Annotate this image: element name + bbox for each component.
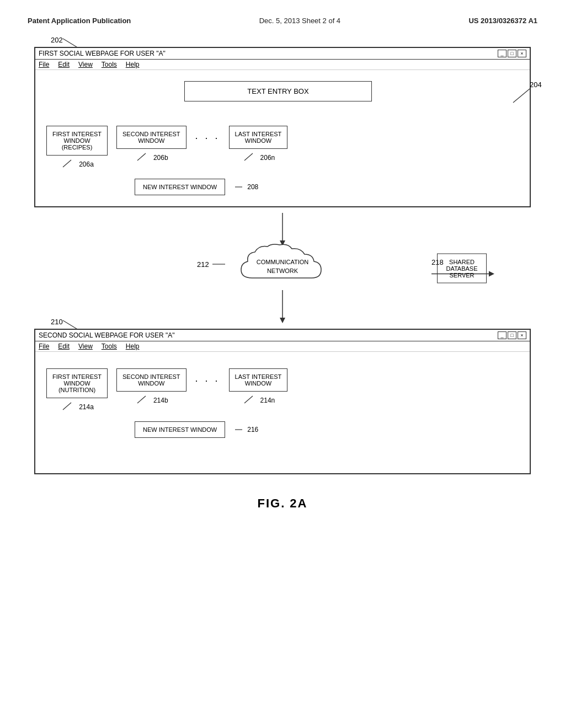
- ref-206n-container: 206n: [242, 152, 275, 163]
- text-entry-box[interactable]: TEXT ENTRY BOX: [184, 81, 372, 101]
- interest-box-214b: SECOND INTEREST WINDOW: [116, 368, 186, 392]
- maximize-button-top[interactable]: [508, 50, 516, 57]
- top-browser-content: TEXT ENTRY BOX 204: [35, 70, 530, 206]
- top-window-title: FIRST SOCIAL WEBPAGE FOR USER "A": [39, 50, 166, 57]
- ref-arrow-214n: [242, 395, 258, 406]
- cloud-svg: COMMUNICATION NETWORK: [236, 242, 329, 292]
- bottom-titlebar: SECOND SOCIAL WEBPAGE FOR USER "A": [35, 330, 530, 341]
- menu-edit-bottom[interactable]: Edit: [58, 342, 70, 350]
- ref-204-label: 204: [530, 81, 542, 89]
- interest-box-214n-line2: WINDOW: [235, 380, 282, 387]
- interest-box-206a-line2: WINDOW: [52, 137, 102, 144]
- header-right: US 2013/0326372 A1: [468, 17, 537, 25]
- top-browser-window: FIRST SOCIAL WEBPAGE FOR USER "A" File E…: [34, 47, 531, 207]
- bottom-window-container: 210 SECOND SOCIAL WEBPAGE FOR USER "A" F…: [34, 329, 531, 474]
- ref-212-container: 212: [197, 259, 228, 270]
- interest-box-206n-line1: LAST INTEREST: [235, 131, 282, 137]
- interest-box-214b-line2: WINDOW: [122, 380, 180, 387]
- svg-line-1: [513, 89, 530, 103]
- new-interest-row-bottom: NEW INTEREST WINDOW 216: [135, 421, 519, 438]
- diagram-area: 202 FIRST SOCIAL WEBPAGE FOR USER "A" Fi…: [34, 47, 531, 511]
- new-interest-row-top: NEW INTEREST WINDOW 208: [135, 179, 519, 195]
- minimize-button-bottom[interactable]: [498, 331, 507, 339]
- ref-arrow-212: [211, 259, 228, 270]
- interest-box-206n: LAST INTEREST WINDOW: [229, 126, 288, 149]
- dots-bottom: . . .: [195, 368, 220, 384]
- interest-box-214a-line1: FIRST INTEREST: [52, 373, 102, 380]
- interest-box-214b-line1: SECOND INTEREST: [122, 373, 180, 380]
- maximize-button-bottom[interactable]: [508, 331, 516, 339]
- ref-214n-label: 214n: [260, 397, 275, 404]
- interest-box-214a-line3: (NUTRITION): [52, 387, 102, 393]
- svg-line-4: [244, 153, 253, 160]
- arrow-top-to-cloud: [281, 213, 284, 246]
- interest-box-206b: SECOND INTEREST WINDOW: [116, 126, 186, 149]
- menu-file-top[interactable]: File: [39, 61, 49, 68]
- ref-arrow-214a: [60, 402, 77, 413]
- menu-tools-top[interactable]: Tools: [102, 61, 117, 68]
- server-line2: DATABASE: [441, 265, 483, 271]
- bottom-menubar: File Edit View Tools Help: [35, 341, 530, 352]
- ref-arrow-206n: [242, 152, 258, 163]
- patent-header: Patent Application Publication Dec. 5, 2…: [17, 11, 548, 36]
- ref-arrow-204: [502, 86, 546, 114]
- close-button-bottom[interactable]: [518, 331, 526, 339]
- ref-216-label: 216: [247, 426, 258, 433]
- ref-214n-container: 214n: [242, 395, 275, 406]
- minimize-button-top[interactable]: [498, 50, 507, 57]
- ref-214a-label: 214a: [79, 403, 94, 411]
- ref-206n-label: 206n: [260, 154, 275, 162]
- ref-212-label: 212: [197, 260, 209, 269]
- ref-206b-container: 206b: [135, 152, 168, 163]
- menu-edit-top[interactable]: Edit: [58, 61, 70, 68]
- bottom-window-title: SECOND SOCIAL WEBPAGE FOR USER "A": [39, 331, 175, 339]
- interest-box-214a-line2: WINDOW: [52, 380, 102, 387]
- interest-box-206b-line2: WINDOW: [122, 137, 180, 144]
- menu-view-bottom[interactable]: View: [78, 342, 93, 350]
- interest-box-206a-line3: (RECIPES): [52, 144, 102, 151]
- dots-top: . . .: [195, 126, 220, 142]
- interest-box-206a: FIRST INTEREST WINDOW (RECIPES): [46, 126, 108, 156]
- ref-206a-container: 206a: [60, 159, 94, 170]
- menu-help-top[interactable]: Help: [126, 61, 140, 68]
- svg-text:COMMUNICATION: COMMUNICATION: [257, 259, 309, 265]
- top-window-container: 202 FIRST SOCIAL WEBPAGE FOR USER "A" Fi…: [34, 47, 531, 207]
- interest-box-214n: LAST INTEREST WINDOW: [229, 368, 288, 392]
- window-controls-bottom: [498, 331, 526, 339]
- server-line1: SHARED: [441, 258, 483, 265]
- interest-box-214a: FIRST INTEREST WINDOW (NUTRITION): [46, 368, 108, 398]
- ref-206b-label: 206b: [153, 154, 168, 162]
- svg-line-17: [137, 396, 146, 403]
- ref-arrow-208: [234, 181, 245, 192]
- menu-tools-bottom[interactable]: Tools: [102, 342, 117, 350]
- ref-214b-container: 214b: [135, 395, 168, 406]
- menu-file-bottom[interactable]: File: [39, 342, 49, 350]
- close-button-top[interactable]: [518, 50, 526, 57]
- svg-line-16: [63, 403, 71, 410]
- ref-arrow-206a: [60, 159, 77, 170]
- interest-box-206b-line1: SECOND INTEREST: [122, 131, 180, 137]
- ref-arrow-216: [234, 424, 245, 435]
- top-menubar: File Edit View Tools Help: [35, 60, 530, 70]
- server-line3: SERVER: [441, 271, 483, 278]
- svg-line-3: [137, 153, 146, 160]
- menu-help-bottom[interactable]: Help: [126, 342, 140, 350]
- middle-section: 212 COMMUNICATION NETWORK: [34, 213, 531, 323]
- ref-208-label: 208: [247, 183, 258, 191]
- header-center: Dec. 5, 2013 Sheet 2 of 4: [259, 17, 340, 25]
- ref-206a-label: 206a: [79, 160, 94, 168]
- svg-text:NETWORK: NETWORK: [267, 267, 299, 274]
- interest-box-206n-line2: WINDOW: [235, 137, 282, 144]
- ref-214b-label: 214b: [153, 397, 168, 404]
- svg-marker-12: [280, 318, 285, 323]
- menu-view-top[interactable]: View: [78, 61, 93, 68]
- server-box: SHARED DATABASE SERVER: [437, 253, 487, 283]
- bottom-browser-window: SECOND SOCIAL WEBPAGE FOR USER "A" File …: [34, 329, 531, 474]
- interest-box-214n-line1: LAST INTEREST: [235, 373, 282, 380]
- bottom-browser-content: FIRST INTEREST WINDOW (NUTRITION) 214a: [35, 352, 530, 473]
- svg-marker-14: [489, 271, 494, 277]
- new-interest-box-top: NEW INTEREST WINDOW: [135, 179, 225, 195]
- ref-arrow-214b: [135, 395, 151, 406]
- top-titlebar: FIRST SOCIAL WEBPAGE FOR USER "A": [35, 48, 530, 60]
- svg-line-18: [244, 396, 253, 403]
